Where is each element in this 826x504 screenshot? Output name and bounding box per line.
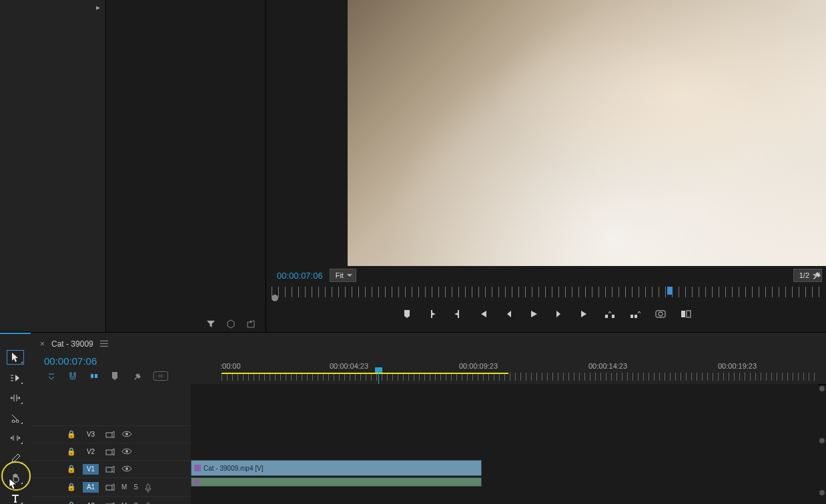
cc-icon[interactable]: cc [153, 371, 168, 381]
eye-icon[interactable] [121, 448, 131, 456]
export-frame-icon[interactable] [655, 308, 667, 320]
video-preview[interactable] [348, 0, 826, 266]
svg-point-13 [125, 450, 128, 453]
timeline-timecode[interactable]: 00:00:07:06 [44, 355, 97, 367]
voiceover-icon[interactable] [145, 483, 154, 491]
wrench-icon[interactable] [132, 371, 141, 381]
play-icon[interactable] [528, 308, 540, 320]
track-headers: 🔒 V3 🔒 V2 🔒 V1 🔒 [31, 384, 191, 504]
selection-tool[interactable] [7, 350, 24, 365]
solo-button[interactable]: S [133, 483, 138, 491]
transport-controls [266, 308, 826, 320]
ruler-label: 00:00:04:23 [330, 362, 368, 370]
lock-icon[interactable]: 🔒 [67, 447, 76, 456]
svg-rect-9 [95, 374, 97, 378]
voiceover-icon[interactable] [145, 502, 154, 505]
go-out-icon[interactable] [578, 308, 590, 320]
toggle-output-icon[interactable] [105, 448, 115, 456]
mark-in-icon[interactable] [426, 308, 438, 320]
zoom-dropdown[interactable]: Fit [330, 269, 356, 282]
razor-tool[interactable] [7, 411, 23, 425]
extract-icon[interactable] [629, 308, 641, 320]
scroll-handle-icon[interactable] [819, 490, 825, 495]
lock-icon[interactable]: 🔒 [67, 483, 76, 491]
top-panels: ▸ 00:00:07:06 Fit 1/2 [0, 0, 826, 333]
go-in-icon[interactable] [477, 308, 489, 320]
timeline-ruler[interactable]: :00:00 00:00:04:23 00:00:09:23 00:00:14:… [222, 362, 818, 381]
track-a2[interactable]: 🔒 A2 M S [31, 497, 191, 504]
snap-icon[interactable] [47, 371, 56, 381]
svg-point-11 [125, 433, 128, 435]
lock-icon[interactable]: 🔒 [67, 465, 76, 473]
mark-out-icon[interactable] [452, 308, 464, 320]
ruler-label: :00:00 [220, 362, 241, 370]
track-label[interactable]: V3 [83, 429, 99, 440]
svg-rect-17 [147, 484, 149, 489]
comparison-view-icon[interactable] [680, 308, 692, 320]
close-tab-icon[interactable]: × [40, 339, 45, 349]
add-marker-icon[interactable] [401, 308, 413, 320]
eye-icon[interactable] [121, 431, 131, 439]
track-a1[interactable]: 🔒 A1 M S [31, 478, 191, 497]
svg-rect-12 [106, 450, 112, 455]
work-area-bar[interactable] [222, 373, 508, 374]
settings-icon[interactable] [811, 270, 822, 281]
track-label[interactable]: A1 [83, 482, 99, 493]
eye-icon[interactable] [121, 465, 131, 473]
toggle-output-icon[interactable] [105, 483, 115, 491]
scrub-marker-icon[interactable] [667, 287, 673, 295]
ripple-edit-tool[interactable] [7, 391, 23, 405]
mute-button[interactable]: M [121, 483, 127, 491]
timeline-panel: × Cat - 39009 00:00:07:06 cc :00:00 00:0… [0, 333, 826, 504]
scrub-knob-icon[interactable] [272, 295, 278, 301]
expand-icon[interactable]: ▸ [96, 3, 100, 12]
lock-icon[interactable]: 🔒 [67, 430, 76, 439]
svg-rect-0 [605, 315, 608, 318]
track-label[interactable]: V1 [83, 464, 99, 475]
step-fwd-icon[interactable] [553, 308, 565, 320]
toggle-output-icon[interactable] [105, 431, 115, 439]
track-v3[interactable]: 🔒 V3 [31, 426, 191, 443]
pen-tool[interactable] [7, 451, 23, 465]
toggle-output-icon[interactable] [105, 465, 115, 473]
scroll-handle-icon[interactable] [819, 386, 825, 391]
filter-icon[interactable] [205, 319, 216, 329]
program-scrubber[interactable] [272, 287, 821, 297]
scroll-handle-icon[interactable] [819, 438, 825, 443]
svg-rect-16 [106, 485, 112, 490]
export-icon[interactable] [246, 319, 256, 329]
fx-badge-icon [194, 465, 201, 471]
tool-palette [0, 333, 31, 504]
step-back-icon[interactable] [502, 308, 514, 320]
new-item-icon[interactable] [226, 319, 236, 329]
type-tool[interactable] [7, 491, 23, 504]
svg-rect-14 [106, 467, 112, 472]
track-v2[interactable]: 🔒 V2 [31, 443, 191, 461]
hand-tool[interactable] [7, 471, 23, 485]
sequence-name: Cat - 39009 [51, 339, 93, 349]
svg-rect-8 [91, 374, 93, 378]
clips-area[interactable]: Cat - 39009.mp4 [V] [191, 384, 818, 504]
audio-clip[interactable] [191, 477, 482, 487]
track-select-tool[interactable] [7, 371, 23, 385]
program-timecode[interactable]: 00:00:07:06 [277, 271, 323, 281]
track-label[interactable]: A2 [83, 501, 99, 505]
slip-tool[interactable] [7, 431, 23, 445]
sequence-tab[interactable]: × Cat - 39009 [40, 339, 108, 349]
marker-tool-icon[interactable] [111, 371, 120, 381]
magnet-icon[interactable] [68, 371, 77, 381]
lift-icon[interactable] [604, 308, 616, 320]
vertical-scroll[interactable] [818, 339, 826, 504]
track-v1[interactable]: 🔒 V1 [31, 461, 191, 478]
video-clip[interactable]: Cat - 39009.mp4 [V] [191, 460, 482, 476]
linked-selection-icon[interactable] [89, 371, 99, 381]
clip-label: Cat - 39009.mp4 [V] [203, 465, 264, 472]
lock-icon[interactable]: 🔒 [67, 501, 76, 504]
svg-rect-2 [631, 315, 633, 318]
panel-menu-icon[interactable] [100, 341, 108, 347]
program-monitor: 00:00:07:06 Fit 1/2 [266, 0, 826, 332]
svg-point-15 [125, 467, 128, 470]
ruler-label: 00:00:09:23 [459, 362, 498, 370]
track-label[interactable]: V2 [83, 447, 99, 457]
toggle-output-icon[interactable] [105, 502, 115, 505]
